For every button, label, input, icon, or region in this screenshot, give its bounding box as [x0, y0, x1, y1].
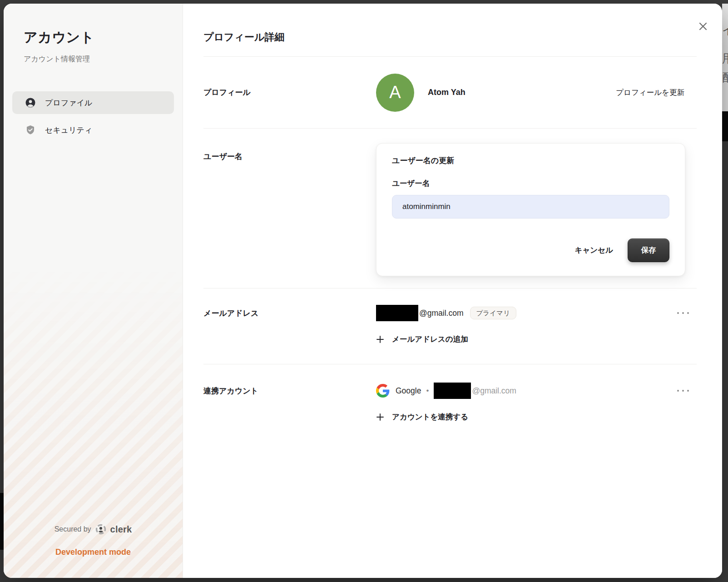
background-text-fragment: 用 — [722, 53, 728, 64]
sidebar-title: アカウント — [24, 28, 163, 47]
sidebar-nav: プロファイル セキュリティ — [12, 91, 174, 141]
username-row-label: ユーザー名 — [203, 143, 376, 276]
background-page-left-sliver — [0, 493, 4, 550]
sidebar: アカウント アカウント情報管理 プロファイル — [4, 4, 183, 578]
add-email-button[interactable]: メールアドレスの追加 — [376, 333, 468, 346]
page-title: プロフィール詳細 — [203, 30, 285, 44]
clerk-wordmark: clerk — [110, 524, 132, 535]
username-field-label: ユーザー名 — [392, 179, 669, 189]
sidebar-item-security[interactable]: セキュリティ — [12, 119, 174, 141]
connected-accounts-section: 連携アカウント Google • @gmail.com — [203, 364, 697, 424]
username-card-title: ユーザー名の更新 — [392, 155, 669, 166]
separator-dot: • — [426, 386, 429, 395]
connected-account-options-menu-button[interactable] — [676, 387, 690, 394]
username-update-card: ユーザー名の更新 ユーザー名 キャンセル 保存 — [376, 143, 685, 276]
email-options-menu-button[interactable] — [676, 309, 690, 317]
sidebar-item-label: セキュリティ — [45, 125, 92, 135]
update-profile-button[interactable]: プロフィールを更新 — [616, 88, 684, 98]
google-email-domain: @gmail.com — [472, 386, 516, 396]
connected-row-label: 連携アカウント — [203, 383, 376, 424]
user-icon — [25, 97, 36, 108]
cancel-button[interactable]: キャンセル — [573, 243, 615, 258]
ellipsis-icon — [677, 312, 679, 314]
close-button[interactable] — [696, 19, 710, 34]
sidebar-subtitle: アカウント情報管理 — [24, 55, 163, 64]
sidebar-item-label: プロファイル — [45, 98, 92, 108]
profile-detail-panel: プロフィール詳細 プロフィール A Atom Yah プロフィールを更新 ユーザ… — [183, 4, 722, 578]
background-text-fragment: 配 — [722, 72, 728, 83]
email-domain: @gmail.com — [419, 308, 464, 318]
secured-by-label: Secured by — [54, 525, 91, 533]
background-text-fragment: イ — [722, 25, 728, 36]
username-section: ユーザー名 ユーザー名の更新 ユーザー名 キャンセル 保存 — [203, 129, 697, 289]
connected-account-row: Google • @gmail.com — [376, 383, 697, 399]
profile-row-label: プロフィール — [203, 87, 376, 98]
email-section: メールアドレス @gmail.com プライマリ — [203, 289, 697, 364]
page-background: イ 用 配 アカウント アカウント情報管理 — [0, 0, 728, 582]
secured-by-clerk: Secured by clerk — [4, 524, 183, 535]
shield-check-icon — [25, 124, 36, 135]
google-logo-icon — [376, 384, 390, 398]
account-modal: アカウント アカウント情報管理 プロファイル — [4, 4, 722, 578]
plus-icon — [376, 335, 384, 343]
provider-name: Google — [396, 386, 421, 396]
plus-icon — [376, 413, 384, 421]
redacted-email-local-part — [376, 305, 418, 321]
connect-account-button[interactable]: アカウントを連携する — [376, 410, 468, 424]
save-button[interactable]: 保存 — [628, 239, 669, 262]
sidebar-item-profile[interactable]: プロファイル — [12, 91, 174, 114]
sidebar-footer: Secured by clerk Development mode — [4, 524, 183, 557]
redacted-google-email-local-part — [434, 383, 471, 399]
email-row-label: メールアドレス — [203, 305, 376, 364]
primary-badge: プライマリ — [470, 307, 516, 320]
email-row: @gmail.com プライマリ — [376, 305, 697, 321]
username-input[interactable] — [392, 195, 669, 219]
development-mode-label: Development mode — [4, 547, 183, 557]
background-page-right-sliver: イ 用 配 — [722, 4, 728, 582]
avatar: A — [376, 74, 414, 112]
user-full-name: Atom Yah — [428, 88, 466, 97]
clerk-logo-icon — [95, 524, 106, 535]
ellipsis-icon — [677, 390, 679, 392]
background-dark-block — [722, 111, 728, 141]
close-icon — [698, 21, 708, 32]
profile-section: プロフィール A Atom Yah プロフィールを更新 — [203, 57, 697, 129]
